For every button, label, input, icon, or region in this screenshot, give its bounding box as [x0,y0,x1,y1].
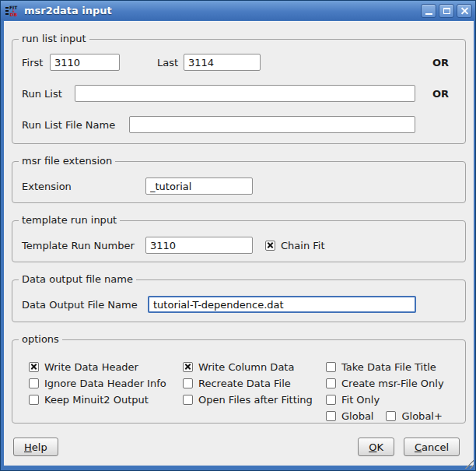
data-output-file-name-input[interactable] [148,296,416,313]
dialog-content: run list input First Last OR Run List OR… [4,21,474,466]
group-title-options: options [19,333,62,345]
data-output-file-name-label: Data Output File Name [22,299,148,311]
first-run-input[interactable] [50,54,120,71]
option-global-plus[interactable]: Global+ [386,408,442,424]
group-title-output: Data output file name [19,273,136,285]
checkbox-icon [265,241,275,251]
group-template-run-input: template run input Template Run Number C… [12,220,466,262]
msr2data-app-icon: FIT ↓ DB [5,4,19,17]
minimize-button[interactable] [421,4,436,18]
run-list-file-name-input[interactable] [129,116,415,133]
maximize-button[interactable] [439,4,454,18]
msr2data-dialog-window: FIT ↓ DB msr2data input run list input F… [0,0,476,471]
run-list-label: Run List [22,88,75,100]
option-recreate-data-file[interactable]: Recreate Data File [183,375,326,392]
help-button[interactable]: Help [13,438,58,456]
extension-label: Extension [22,181,145,192]
first-label: First [22,57,50,69]
group-title-template: template run input [19,214,120,226]
option-open-files-after-fitting[interactable]: Open Files after Fitting [183,392,326,408]
option-label: Create msr-File Only [341,378,444,389]
cancel-button[interactable]: Cancel [404,438,460,456]
run-list-input[interactable] [75,85,415,102]
option-label: Fit Only [341,394,380,406]
option-keep-minuit2-output[interactable]: Keep Minuit2 Output [29,392,183,408]
titlebar[interactable]: FIT ↓ DB msr2data input [1,1,475,20]
option-write-column-data[interactable]: Write Column Data [183,359,326,375]
last-run-input[interactable] [184,54,261,71]
checkbox-icon [183,395,193,405]
file-lines-icon [5,7,9,15]
last-label: Last [157,57,184,69]
checkbox-icon [326,378,336,388]
checkbox-icon [326,395,336,405]
footer-button-bar: Help OK Cancel [13,438,460,456]
option-label: Recreate Data File [198,378,291,389]
group-title-run-list: run list input [19,33,89,44]
icon-db-text: DB [9,12,17,16]
option-label: Ignore Data Header Info [44,378,166,389]
option-label: Write Column Data [198,361,294,373]
checkbox-icon [29,378,39,388]
chain-fit-checkbox[interactable]: Chain Fit [265,240,325,251]
option-label: Write Data Header [44,361,138,373]
ok-button[interactable]: OK [358,438,394,456]
option-label: Global+ [401,410,442,422]
run-list-file-name-label: Run List File Name [22,119,129,131]
checkbox-icon [29,395,39,405]
option-label: Open Files after Fitting [198,394,313,406]
option-label: Global [341,410,373,422]
group-options: options Write Data Header Ignore Data He… [12,339,466,424]
or-label-1: OR [432,57,456,69]
checkbox-icon [326,411,336,421]
group-title-extension: msr file extension [19,155,115,167]
template-run-number-input[interactable] [145,237,253,254]
close-button[interactable] [457,4,472,18]
chain-fit-label: Chain Fit [281,240,325,251]
checkbox-icon [183,362,193,372]
checkbox-icon [326,362,336,372]
option-fit-only[interactable]: Fit Only [326,392,444,408]
group-data-output-file-name: Data output file name Data Output File N… [12,279,466,322]
checkbox-icon [183,378,193,388]
option-create-msr-file-only[interactable]: Create msr-File Only [326,375,444,392]
option-label: Keep Minuit2 Output [44,394,149,406]
option-take-data-file-title[interactable]: Take Data File Title [326,359,444,375]
extension-input[interactable] [145,178,253,195]
option-ignore-data-header-info[interactable]: Ignore Data Header Info [29,375,183,392]
template-run-number-label: Template Run Number [22,240,145,251]
checkbox-icon [386,411,396,421]
option-write-data-header[interactable]: Write Data Header [29,359,183,375]
or-label-2: OR [432,88,456,100]
option-global[interactable]: Global [326,408,373,424]
checkbox-icon [29,362,39,372]
group-msr-file-extension: msr file extension Extension [12,161,466,203]
window-title: msr2data input [24,5,421,16]
group-run-list-input: run list input First Last OR Run List OR… [12,39,466,144]
option-label: Take Data File Title [341,361,436,373]
